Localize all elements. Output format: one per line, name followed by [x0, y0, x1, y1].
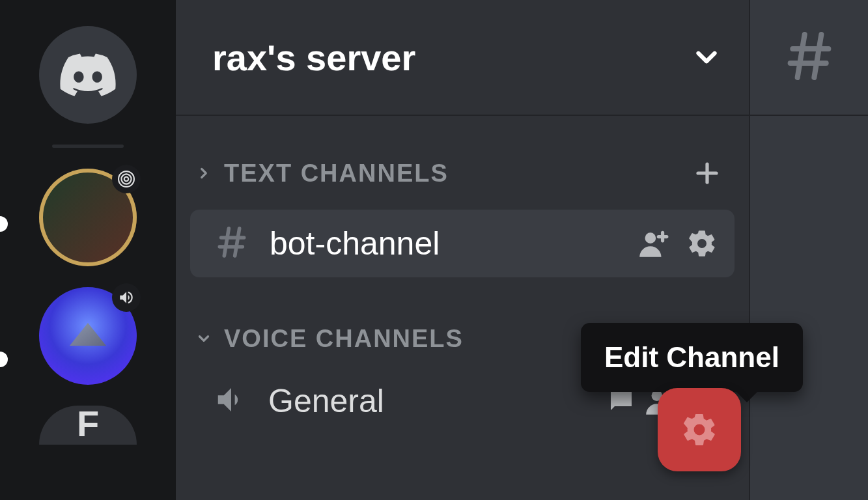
gear-icon [680, 411, 718, 449]
plus-icon [692, 158, 723, 189]
rail-divider [52, 145, 124, 148]
speaker-badge-icon [112, 283, 141, 312]
svg-line-14 [814, 35, 821, 77]
server-avatar-2[interactable] [39, 287, 137, 385]
server-name: rax's server [212, 36, 415, 79]
edit-channel-button[interactable] [686, 228, 718, 259]
server-letter: F [77, 402, 99, 445]
channel-name-label: General [268, 382, 384, 420]
home-button[interactable] [39, 26, 137, 124]
edit-channel-highlight[interactable] [658, 388, 741, 471]
channel-sidebar: rax's server TEXT CHANNELS bot-channel [176, 0, 749, 500]
speaker-icon [214, 382, 249, 420]
category-label: TEXT CHANNELS [224, 160, 449, 188]
create-channel-button[interactable] [692, 158, 723, 189]
svg-point-1 [121, 174, 131, 184]
channel-name-label: bot-channel [270, 225, 440, 262]
content-header [750, 0, 868, 116]
gear-icon [686, 228, 718, 259]
svg-point-9 [645, 232, 656, 243]
chevron-down-icon [195, 330, 212, 347]
server-avatar-partial[interactable]: F [39, 406, 137, 445]
category-text-channels: TEXT CHANNELS [176, 150, 749, 197]
create-invite-button[interactable] [637, 227, 669, 260]
svg-point-0 [124, 177, 129, 182]
category-toggle-voice[interactable]: VOICE CHANNELS [195, 325, 464, 353]
tooltip-label: Edit Channel [604, 341, 779, 373]
chevron-right-icon [195, 165, 212, 182]
svg-line-13 [797, 35, 804, 77]
content-column [749, 0, 868, 500]
svg-line-7 [224, 229, 229, 256]
svg-line-8 [235, 229, 240, 256]
server-avatar-1[interactable] [39, 169, 137, 266]
category-toggle-text[interactable]: TEXT CHANNELS [195, 160, 449, 188]
text-channel-bot-channel[interactable]: bot-channel [190, 210, 735, 277]
server-rail: F [0, 0, 176, 500]
chevron-down-icon [690, 41, 723, 74]
server-header[interactable]: rax's server [176, 0, 749, 116]
category-label: VOICE CHANNELS [224, 325, 464, 353]
hash-icon [781, 27, 838, 87]
discord-logo-icon [60, 53, 116, 96]
stage-badge-icon [112, 165, 141, 193]
hash-icon [214, 224, 250, 263]
person-plus-icon [637, 227, 669, 260]
tooltip-edit-channel: Edit Channel [581, 323, 803, 392]
